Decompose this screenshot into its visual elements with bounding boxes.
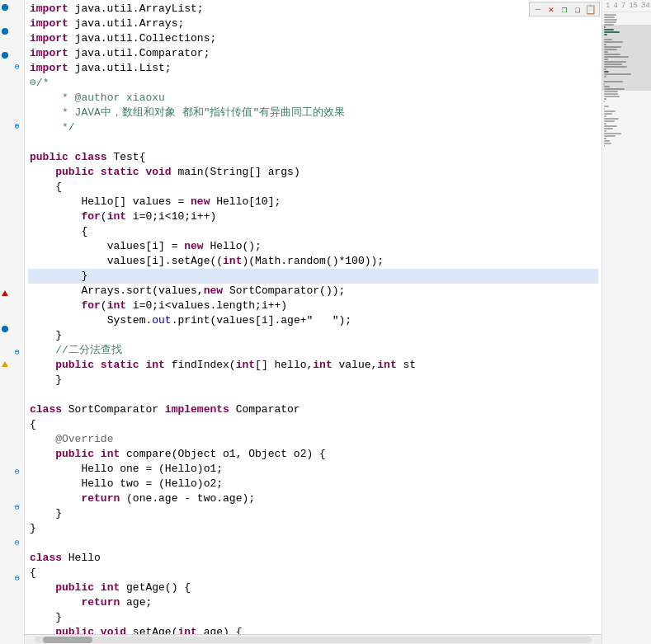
code-line[interactable]: } bbox=[28, 610, 598, 625]
code-line[interactable]: { bbox=[28, 180, 598, 195]
fold-item bbox=[10, 632, 24, 643]
indicator-item bbox=[0, 85, 10, 96]
indent-space bbox=[30, 209, 81, 224]
token-comment: * @author xiaoxu bbox=[55, 91, 165, 106]
code-line[interactable]: * @author xiaoxu bbox=[28, 91, 598, 106]
code-line[interactable]: Hello[] values = new Hello[10]; bbox=[28, 195, 598, 209]
fold-item bbox=[10, 548, 24, 560]
indicator-item bbox=[0, 251, 10, 263]
indent-space bbox=[30, 298, 81, 313]
code-line[interactable] bbox=[28, 536, 598, 551]
code-line[interactable]: Hello two = (Hello)o2; bbox=[28, 477, 598, 491]
bookmark-indicator bbox=[2, 326, 8, 332]
indicator-item bbox=[0, 37, 10, 49]
code-line[interactable]: { bbox=[28, 417, 598, 432]
fold-item[interactable]: ⊖ bbox=[10, 465, 24, 477]
fold-item bbox=[10, 430, 24, 441]
fold-item[interactable]: ⊖ bbox=[10, 61, 24, 73]
scrollbar-track[interactable] bbox=[35, 637, 592, 643]
indicator-item bbox=[0, 61, 10, 73]
editor-container: ⊖⊕⊖⊖⊖⊖⊖ — ✕ ❐ ❏ 📋 import java.util.Array… bbox=[0, 0, 651, 644]
code-line[interactable]: for(int i=0;i<values.length;i++) bbox=[28, 298, 598, 313]
indent-space bbox=[30, 610, 55, 625]
fold-item[interactable]: ⊕ bbox=[10, 120, 24, 132]
token-normal: java.util.Comparator; bbox=[68, 46, 210, 61]
fold-item bbox=[10, 156, 24, 167]
minimap-thumb[interactable] bbox=[602, 25, 651, 91]
code-line[interactable]: return (one.age - two.age); bbox=[28, 491, 598, 506]
editor-main: — ✕ ❐ ❏ 📋 import java.util.ArrayList;imp… bbox=[25, 0, 651, 644]
code-line[interactable]: import java.util.ArrayList; bbox=[28, 2, 598, 16]
minimap-line bbox=[604, 108, 605, 110]
code-line[interactable]: values[i].setAge((int)(Math.random()*100… bbox=[28, 254, 598, 269]
code-line[interactable]: } bbox=[28, 373, 598, 388]
fold-item bbox=[10, 239, 24, 251]
token-kw: int bbox=[377, 358, 396, 373]
code-line[interactable]: @Override bbox=[28, 432, 598, 447]
token-kw: int bbox=[223, 254, 242, 269]
code-line[interactable]: System.out.print(values[i].age+" "); bbox=[28, 313, 598, 328]
code-line[interactable]: public int getAge() { bbox=[28, 581, 598, 595]
indicator-column bbox=[0, 0, 10, 644]
bookmark-indicator bbox=[2, 28, 8, 35]
token-kw: return bbox=[81, 491, 120, 506]
code-line[interactable]: class Hello bbox=[28, 551, 598, 566]
copy-button[interactable]: ❏ bbox=[572, 3, 583, 15]
code-content[interactable]: import java.util.ArrayList;import java.u… bbox=[25, 0, 601, 644]
indicator-item bbox=[0, 263, 10, 275]
code-line[interactable]: { bbox=[28, 566, 598, 581]
code-line[interactable]: //二分法查找 bbox=[28, 343, 598, 358]
minimap-line bbox=[604, 14, 616, 16]
indent-space bbox=[30, 91, 55, 106]
code-line[interactable]: } bbox=[28, 269, 598, 284]
restore-button[interactable]: ❐ bbox=[559, 3, 570, 15]
indicator-item bbox=[0, 239, 10, 251]
code-line[interactable]: import java.util.List; bbox=[28, 61, 598, 76]
code-line[interactable]: public class Test{ bbox=[28, 150, 598, 165]
indicator-item bbox=[0, 572, 10, 584]
code-line[interactable]: return age; bbox=[28, 595, 598, 610]
code-line[interactable]: */ bbox=[28, 120, 598, 135]
code-line[interactable]: } bbox=[28, 506, 598, 521]
indicator-item bbox=[0, 442, 10, 454]
code-line[interactable]: Arrays.sort(values,new SortComparator())… bbox=[28, 284, 598, 298]
fold-item bbox=[10, 322, 24, 334]
code-line[interactable]: Hello one = (Hello)o1; bbox=[28, 462, 598, 477]
code-line[interactable]: public static int findIndex(int[] hello,… bbox=[28, 358, 598, 373]
token-normal: } bbox=[55, 610, 62, 625]
scrollbar-thumb[interactable] bbox=[43, 637, 92, 643]
code-line[interactable]: public static void main(String[] args) bbox=[28, 165, 598, 180]
fold-item bbox=[10, 525, 24, 537]
paste-button[interactable]: 📋 bbox=[585, 3, 597, 15]
fold-item[interactable]: ⊖ bbox=[10, 501, 24, 513]
token-normal: (one.age - two.age); bbox=[120, 491, 255, 506]
token-kw: public static void bbox=[55, 165, 171, 180]
code-line[interactable]: class SortComparator implements Comparat… bbox=[28, 402, 598, 417]
code-line[interactable]: public int compare(Object o1, Object o2)… bbox=[28, 447, 598, 462]
code-line[interactable]: } bbox=[28, 521, 598, 536]
close-button[interactable]: ✕ bbox=[545, 3, 557, 15]
code-line[interactable]: { bbox=[28, 224, 598, 239]
code-line[interactable]: values[i] = new Hello(); bbox=[28, 239, 598, 254]
token-normal: java.util.ArrayList; bbox=[68, 2, 204, 16]
token-method: sort bbox=[126, 284, 152, 298]
token-normal: java.util.Collections; bbox=[68, 31, 216, 46]
fold-column[interactable]: ⊖⊕⊖⊖⊖⊖⊖ bbox=[10, 0, 25, 644]
fold-item[interactable]: ⊖ bbox=[10, 346, 24, 358]
code-line[interactable]: import java.util.Arrays; bbox=[28, 16, 598, 31]
code-line[interactable]: for(int i=0;i<10;i++) bbox=[28, 209, 598, 224]
code-line[interactable] bbox=[28, 388, 598, 402]
code-line[interactable]: ⊖/* bbox=[28, 76, 598, 91]
indicator-item bbox=[0, 454, 10, 465]
code-line[interactable] bbox=[28, 135, 598, 150]
code-line[interactable]: import java.util.Comparator; bbox=[28, 46, 598, 61]
fold-item[interactable]: ⊖ bbox=[10, 572, 24, 584]
code-line[interactable]: import java.util.Collections; bbox=[28, 31, 598, 46]
horizontal-scrollbar[interactable] bbox=[25, 634, 601, 644]
fold-item[interactable]: ⊖ bbox=[10, 537, 24, 548]
token-normal: values[i].setAge(( bbox=[107, 254, 223, 269]
code-line[interactable]: } bbox=[28, 328, 598, 343]
code-line[interactable]: * JAVA中，数组和对象 都和"指针传值"有异曲同工的效果 bbox=[28, 106, 598, 120]
toolbar-icons[interactable]: — ✕ ❐ ❏ 📋 bbox=[529, 2, 600, 16]
minimize-button[interactable]: — bbox=[532, 3, 544, 15]
